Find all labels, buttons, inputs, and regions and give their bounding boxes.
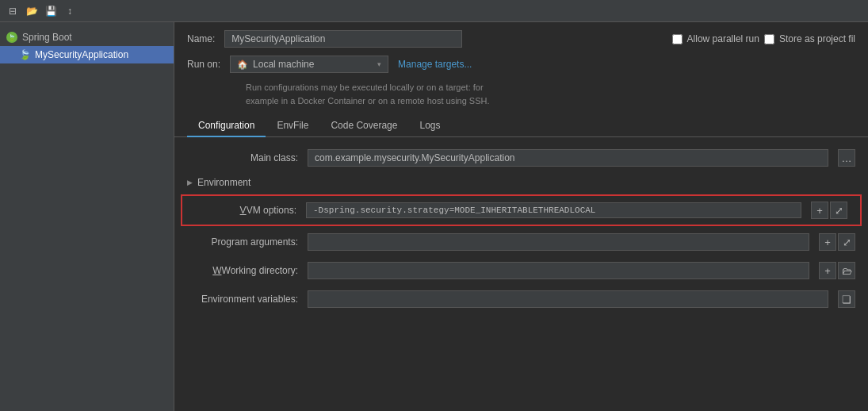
program-args-add-button[interactable]: + <box>819 233 836 251</box>
tab-code-coverage[interactable]: Code Coverage <box>319 115 408 137</box>
sidebar-item-mysecurity[interactable]: 🍃 MySecurityApplication <box>0 46 174 63</box>
program-args-row: Program arguments: + ⤢ <box>174 228 868 256</box>
env-vars-copy-button[interactable]: ❏ <box>838 290 855 308</box>
sidebar-item-label: MySecurityApplication <box>35 49 128 60</box>
tab-envfile[interactable]: EnvFile <box>266 115 319 137</box>
sidebar-group-spring-boot[interactable]: 🍃 Spring Boot <box>0 29 174 46</box>
spring-app-icon: 🍃 <box>19 49 30 60</box>
vm-options-expand-button[interactable]: ⤢ <box>830 202 847 219</box>
chevron-down-icon: ▾ <box>377 60 381 68</box>
toolbar-icon-minus[interactable]: ⊟ <box>6 5 19 17</box>
house-icon: 🏠 <box>237 60 248 70</box>
manage-targets-link[interactable]: Manage targets... <box>398 59 472 70</box>
vm-options-label: VVM options: <box>195 205 296 216</box>
working-dir-input[interactable] <box>308 262 809 279</box>
working-dir-browse-button[interactable]: 🗁 <box>838 262 855 279</box>
main-class-input[interactable] <box>308 149 828 167</box>
main-area: 🍃 Spring Boot 🍃 MySecurityApplication Na… <box>0 22 868 411</box>
env-vars-row: Environment variables: ❏ <box>174 285 868 313</box>
content-panel: Name: Allow parallel run Store as projec… <box>174 22 868 411</box>
working-dir-buttons: + 🗁 <box>819 262 855 279</box>
run-on-label: Run on: <box>187 59 220 70</box>
env-vars-label: Environment variables: <box>187 294 298 305</box>
name-label: Name: <box>187 33 215 44</box>
main-class-row: Main class: … <box>174 144 868 172</box>
working-dir-add-button[interactable]: + <box>819 262 836 279</box>
allow-parallel-label: Allow parallel run <box>687 33 759 44</box>
toolbar-icon-folder[interactable]: 📂 <box>25 5 38 17</box>
store-as-project-checkbox[interactable] <box>764 34 774 44</box>
tab-logs[interactable]: Logs <box>408 115 451 137</box>
vm-options-row: VVM options: + ⤢ <box>181 194 862 226</box>
toolbar-icon-sort[interactable]: ↕ <box>63 5 76 17</box>
sidebar-group-spring: 🍃 Spring Boot 🍃 MySecurityApplication <box>0 25 174 67</box>
environment-section[interactable]: ▶ Environment <box>174 172 868 193</box>
sidebar: 🍃 Spring Boot 🍃 MySecurityApplication <box>0 22 174 411</box>
working-dir-label: WWorking directory: <box>187 265 298 276</box>
vm-options-add-button[interactable]: + <box>811 202 828 219</box>
tabs-row: Configuration EnvFile Code Coverage Logs <box>174 112 868 137</box>
form-area: Main class: … ▶ Environment VVM options:… <box>174 137 868 411</box>
working-dir-row: WWorking directory: + 🗁 <box>174 256 868 285</box>
run-on-value: Local machine <box>253 59 373 70</box>
tab-configuration[interactable]: Configuration <box>187 115 266 137</box>
toolbar: ⊟ 📂 💾 ↕ <box>0 0 868 22</box>
toolbar-icon-save[interactable]: 💾 <box>44 5 57 17</box>
environment-label: Environment <box>197 177 250 188</box>
checkbox-group: Allow parallel run Store as project fil <box>672 33 855 44</box>
sidebar-group-label: Spring Boot <box>22 32 72 43</box>
run-on-dropdown[interactable]: 🏠 Local machine ▾ <box>230 56 388 73</box>
triangle-icon: ▶ <box>187 179 193 186</box>
program-args-input[interactable] <box>308 233 809 251</box>
store-as-project-label: Store as project fil <box>779 33 855 44</box>
env-vars-input[interactable] <box>308 290 828 308</box>
program-args-buttons: + ⤢ <box>819 233 855 251</box>
main-class-label: Main class: <box>187 152 298 163</box>
vm-options-buttons: + ⤢ <box>811 202 847 219</box>
program-args-expand-button[interactable]: ⤢ <box>838 233 855 251</box>
description-text: Run configurations may be executed local… <box>174 76 868 112</box>
main-class-browse-button[interactable]: … <box>838 149 855 167</box>
name-input[interactable] <box>224 30 462 48</box>
spring-boot-icon: 🍃 <box>6 32 17 43</box>
run-on-row: Run on: 🏠 Local machine ▾ Manage targets… <box>174 52 868 76</box>
allow-parallel-checkbox[interactable] <box>672 34 683 44</box>
vm-options-input[interactable] <box>306 202 801 218</box>
name-row: Name: Allow parallel run Store as projec… <box>174 22 868 52</box>
program-args-label: Program arguments: <box>187 236 298 248</box>
